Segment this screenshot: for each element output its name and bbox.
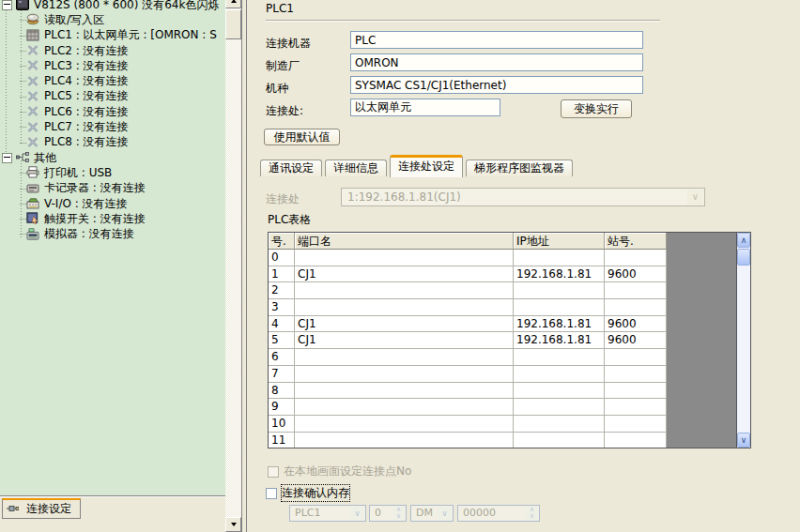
table-cell[interactable]	[295, 299, 514, 316]
table-cell[interactable]	[605, 416, 667, 433]
table-row[interactable]: 8	[269, 383, 667, 400]
tree-item[interactable]: PLC2 : 没有连接	[0, 43, 225, 58]
table-cell[interactable]: 5	[269, 332, 295, 349]
table-cell[interactable]	[514, 366, 605, 383]
manufacturer-input[interactable]	[350, 53, 643, 71]
tree-item-label[interactable]: V812S (800 * 600) 没有64k色闪烁	[34, 0, 219, 13]
tree-item[interactable]: 卡记录器 : 没有连接	[0, 181, 225, 196]
table-cell[interactable]	[605, 250, 667, 266]
tab-ladder-monitor[interactable]: 梯形程序图监视器	[466, 160, 573, 176]
tree-vertical-scrollbar[interactable]	[225, 0, 241, 532]
table-cell[interactable]: 4	[269, 316, 295, 333]
confirm-memory-checkbox-row[interactable]: 连接确认内存	[266, 485, 349, 501]
tree-item-label[interactable]: PLC6 : 没有连接	[44, 104, 129, 120]
table-cell[interactable]	[514, 416, 605, 433]
tree-item[interactable]: 模拟器 : 没有连接	[0, 226, 225, 241]
tree-item-label[interactable]: PLC4 : 没有连接	[44, 73, 129, 89]
table-cell[interactable]	[514, 383, 605, 400]
table-cell[interactable]	[295, 383, 514, 400]
scroll-down-button[interactable]	[225, 517, 241, 532]
tree-item-label[interactable]: PLC2 : 没有连接	[44, 43, 129, 59]
scrollbar-thumb[interactable]	[225, 9, 241, 39]
table-cell[interactable]: CJ1	[295, 316, 514, 333]
table-scrollbar-thumb[interactable]	[737, 249, 750, 266]
table-row[interactable]: 5CJ1192.168.1.819600	[269, 332, 667, 349]
table-cell[interactable]	[605, 349, 667, 366]
table-row[interactable]: 2	[269, 282, 667, 299]
table-cell[interactable]	[295, 399, 514, 416]
tree-item[interactable]: PLC4 : 没有连接	[0, 73, 225, 88]
tree-item[interactable]: PLC5 : 没有连接	[0, 89, 225, 104]
table-cell[interactable]	[514, 250, 605, 266]
table-cell[interactable]	[605, 383, 667, 400]
table-row[interactable]: 11	[269, 433, 667, 448]
table-row[interactable]: 1CJ1192.168.1.819600	[269, 266, 667, 283]
tree-item[interactable]: PLC7 : 没有连接	[0, 119, 225, 134]
table-cell[interactable]	[605, 366, 667, 383]
tree-expander-minus[interactable]	[2, 153, 12, 163]
table-cell[interactable]: 9600	[605, 316, 667, 333]
tree-expander-minus[interactable]	[2, 0, 12, 10]
table-cell[interactable]	[514, 433, 605, 448]
tree-item[interactable]: 读取/写入区	[0, 12, 225, 27]
table-row[interactable]: 7	[269, 366, 667, 383]
tree-item-label[interactable]: PLC7 : 没有连接	[44, 119, 129, 135]
tree-item-label[interactable]: 模拟器 : 没有连接	[44, 226, 134, 242]
connected-device-input[interactable]	[350, 31, 643, 49]
table-row[interactable]: 10	[269, 416, 667, 433]
table-cell[interactable]: CJ1	[295, 332, 514, 349]
table-cell[interactable]	[514, 399, 605, 416]
table-cell[interactable]	[605, 399, 667, 416]
table-row[interactable]: 0	[269, 250, 667, 266]
table-cell[interactable]: 192.168.1.81	[514, 332, 605, 349]
tree-item[interactable]: PLC1 : 以太网单元 : [OMRON : S	[0, 28, 225, 43]
tree-item[interactable]: PLC6 : 没有连接	[0, 104, 225, 119]
convert-execute-button[interactable]: 变换实行	[561, 99, 632, 118]
table-row[interactable]: 6	[269, 349, 667, 366]
table-cell[interactable]: 10	[269, 416, 295, 433]
tree-item-label[interactable]: PLC8 : 没有连接	[44, 134, 129, 150]
tree-item[interactable]: 触摸开关 : 没有连接	[0, 211, 225, 226]
table-cell[interactable]: CJ1	[295, 266, 514, 283]
table-cell[interactable]: 192.168.1.81	[514, 316, 605, 333]
table-cell[interactable]: 6	[269, 349, 295, 366]
confirm-memory-checkbox-label[interactable]: 连接确认内存	[282, 485, 349, 501]
table-row[interactable]: 4CJ1192.168.1.819600	[269, 316, 667, 333]
table-cell[interactable]: 3	[269, 299, 295, 316]
table-cell[interactable]: 11	[269, 433, 295, 448]
table-cell[interactable]	[514, 282, 605, 299]
tree-item-label[interactable]: 其他	[34, 150, 56, 166]
tab-connection-settings[interactable]: 连接设定	[2, 498, 81, 519]
tree-item-label[interactable]: PLC3 : 没有连接	[44, 58, 129, 74]
table-cell[interactable]: 8	[269, 383, 295, 400]
table-cell[interactable]	[605, 433, 667, 448]
table-row[interactable]: 3	[269, 299, 667, 316]
model-input[interactable]	[350, 76, 643, 94]
tree-item[interactable]: PLC3 : 没有连接	[0, 58, 225, 73]
tree-item[interactable]: PLC8 : 没有连接	[0, 135, 225, 150]
tab-connection-point-settings[interactable]: 连接处设定	[390, 155, 463, 177]
tab-communication-settings[interactable]: 通讯设定	[260, 160, 322, 176]
table-cell[interactable]	[295, 349, 514, 366]
tree-item-label[interactable]: PLC5 : 没有连接	[44, 88, 129, 104]
tree-item[interactable]: 打印机 : USB	[0, 165, 225, 180]
table-row[interactable]: 9	[269, 399, 667, 416]
table-scroll-down-button[interactable]: ∨	[737, 433, 750, 448]
table-cell[interactable]	[295, 250, 514, 266]
table-cell[interactable]	[605, 282, 667, 299]
tree-item-label[interactable]: PLC1 : 以太网单元 : [OMRON : S	[44, 27, 217, 43]
table-vertical-scrollbar[interactable]: ∧ ∨	[737, 233, 750, 448]
tab-detail-info[interactable]: 详细信息	[325, 160, 387, 176]
table-cell[interactable]	[295, 433, 514, 448]
table-cell[interactable]	[605, 299, 667, 316]
tree-item-label[interactable]: 触摸开关 : 没有连接	[44, 211, 146, 227]
connection-port-input[interactable]	[350, 99, 500, 116]
table-cell[interactable]: 9600	[605, 266, 667, 283]
table-cell[interactable]: 7	[269, 366, 295, 383]
confirm-memory-checkbox[interactable]	[266, 488, 277, 499]
tree-item-label[interactable]: 卡记录器 : 没有连接	[44, 180, 146, 196]
table-cell[interactable]: 0	[269, 250, 295, 266]
use-defaults-button[interactable]: 使用默认值	[264, 129, 340, 145]
tree-item-label[interactable]: 打印机 : USB	[44, 165, 112, 181]
tree-item[interactable]: V812S (800 * 600) 没有64k色闪烁	[0, 0, 225, 12]
